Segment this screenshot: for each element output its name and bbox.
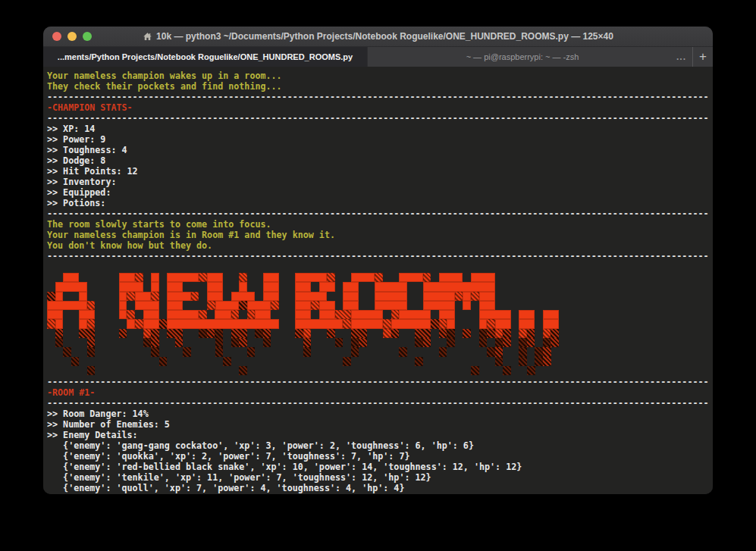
- ascii-art-cell: [167, 319, 279, 328]
- ascii-art-cell: [207, 273, 223, 282]
- ascii-art-cell: [223, 357, 231, 366]
- ascii-art-cell: [63, 273, 79, 282]
- ascii-art-cell: [367, 338, 415, 347]
- ascii-art-cell: [407, 347, 439, 356]
- ascii-art-cell: [47, 366, 87, 375]
- ascii-art-cell: [351, 319, 383, 328]
- ascii-art-cell: [335, 273, 351, 282]
- ascii-art-cell: [471, 366, 479, 375]
- ascii-art-banner: [47, 273, 713, 375]
- ascii-art-cell: [79, 319, 87, 328]
- ascii-art-cell: [151, 347, 159, 356]
- ascii-art-cell: [359, 301, 375, 310]
- tab-inactive-zsh[interactable]: ~ — pi@raspberrypi: ~ — -zsh ...: [368, 47, 692, 67]
- ascii-art-cell: [479, 329, 488, 338]
- ascii-art-cell: [399, 273, 423, 282]
- ascii-art-cell: [167, 357, 223, 366]
- ascii-art-cell: [183, 301, 207, 310]
- ascii-art-cell: [375, 301, 406, 310]
- ascii-art-cell: [199, 292, 207, 301]
- ascii-art-cell: [423, 282, 495, 291]
- ascii-art-cell: [135, 310, 143, 319]
- tab-overflow-button[interactable]: ...: [676, 47, 686, 67]
- ascii-art-cell: [263, 282, 279, 291]
- ascii-art-cell: [535, 310, 543, 319]
- window-title-text: 10k — python3 ~/Documents/Python Project…: [156, 31, 613, 42]
- ascii-art-cell: [503, 338, 511, 347]
- ascii-art-cell: [471, 273, 495, 282]
- ascii-art-cell: [319, 282, 335, 291]
- ascii-art-cell: [239, 366, 247, 375]
- ascii-art-row: [47, 273, 713, 282]
- ascii-art-cell: [455, 310, 479, 319]
- terminal-line: -ROOM #1-: [47, 387, 713, 398]
- ascii-art-cell: [263, 329, 271, 338]
- ascii-art-cell: [463, 273, 471, 282]
- tab-inactive-label: ~ — pi@raspberrypi: ~ — -zsh: [459, 52, 602, 61]
- ascii-art-cell: [535, 319, 543, 328]
- ascii-art-cell: [95, 366, 239, 375]
- ascii-art-cell: [511, 310, 519, 319]
- ascii-art-cell: [63, 319, 79, 328]
- ascii-art-cell: [495, 282, 559, 291]
- ascii-art-cell: [455, 329, 463, 338]
- ascii-art-cell: [247, 301, 271, 310]
- ascii-art-cell: [119, 301, 127, 310]
- ascii-art-cell: [167, 292, 191, 301]
- ascii-art-cell: [47, 310, 63, 319]
- separator-line: ----------------------------------------…: [47, 398, 713, 409]
- ascii-art-cell: [255, 310, 271, 319]
- ascii-art-cell: [487, 347, 495, 356]
- ascii-art-cell: [311, 347, 351, 356]
- ascii-art-cell: [247, 347, 256, 356]
- ascii-art-cell: [351, 338, 359, 347]
- ascii-art-cell: [79, 292, 87, 301]
- ascii-art-cell: [215, 329, 223, 338]
- minimize-button[interactable]: [67, 32, 77, 41]
- zoom-button[interactable]: [83, 32, 92, 41]
- ascii-art-cell: [471, 301, 479, 310]
- ascii-art-cell: [423, 301, 455, 310]
- ascii-art-cell: [63, 292, 79, 301]
- ascii-art-cell: [271, 329, 295, 338]
- ascii-art-cell: [487, 319, 495, 328]
- ascii-art-cell: [551, 338, 559, 347]
- terminal-line: >> XP: 14: [47, 124, 713, 134]
- ascii-art-cell: [439, 310, 455, 319]
- ascii-art-cell: [543, 329, 551, 338]
- ascii-art-cell: [223, 282, 239, 291]
- ascii-art-cell: [391, 319, 431, 328]
- ascii-art-cell: [495, 338, 503, 347]
- ascii-art-cell: [527, 357, 535, 366]
- title-bar[interactable]: 10k — python3 ~/Documents/Python Project…: [43, 27, 713, 47]
- ascii-art-cell: [439, 273, 463, 282]
- ascii-art-cell: [143, 319, 159, 328]
- ascii-art-cell: [543, 338, 551, 347]
- ascii-art-cell: [295, 282, 311, 291]
- ascii-art-cell: [351, 329, 367, 338]
- ascii-art-cell: [215, 301, 240, 310]
- ascii-art-cell: [455, 338, 479, 347]
- ascii-art-cell: [167, 301, 183, 310]
- ascii-art-cell: [447, 338, 455, 347]
- ascii-art-cell: [495, 347, 503, 356]
- ascii-art-cell: [343, 282, 359, 291]
- ascii-art-row: [47, 329, 713, 338]
- ascii-art-cell: [127, 292, 135, 301]
- ascii-art-cell: [367, 329, 383, 338]
- ascii-art-cell: [535, 357, 543, 366]
- new-tab-button[interactable]: +: [692, 47, 713, 67]
- ascii-art-cell: [279, 292, 295, 301]
- ascii-art-cell: [231, 292, 256, 301]
- terminal-line: You don't know how but they do.: [47, 240, 713, 251]
- close-button[interactable]: [52, 32, 61, 41]
- tab-active-python-script[interactable]: ...ments/Python Projects/Notebook Roguel…: [43, 47, 368, 67]
- ascii-art-cell: [223, 338, 231, 347]
- ascii-art-cell: [231, 357, 343, 366]
- ascii-art-cell: [447, 319, 455, 328]
- ascii-art-cell: [239, 301, 247, 310]
- terminal-screen[interactable]: Your nameless champion wakes up in a roo…: [43, 67, 713, 494]
- ascii-art-cell: [351, 347, 359, 356]
- ascii-art-cell: [383, 310, 391, 319]
- ascii-art-cell: [159, 319, 168, 328]
